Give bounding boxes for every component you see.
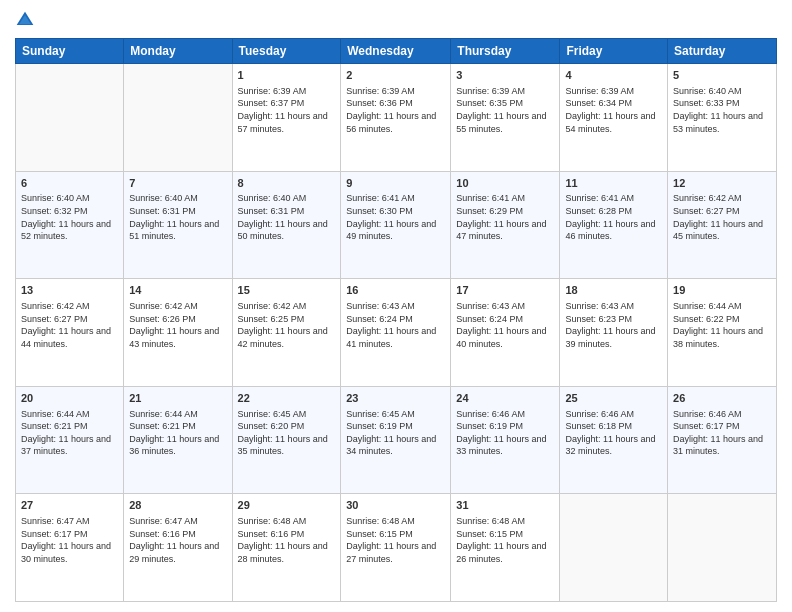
- day-number: 10: [456, 176, 554, 191]
- day-info: Sunrise: 6:40 AM Sunset: 6:33 PM Dayligh…: [673, 85, 771, 135]
- calendar-cell: 13Sunrise: 6:42 AM Sunset: 6:27 PM Dayli…: [16, 279, 124, 387]
- calendar-table: SundayMondayTuesdayWednesdayThursdayFrid…: [15, 38, 777, 602]
- header: [15, 10, 777, 30]
- day-number: 29: [238, 498, 336, 513]
- day-info: Sunrise: 6:48 AM Sunset: 6:16 PM Dayligh…: [238, 515, 336, 565]
- calendar-cell: 31Sunrise: 6:48 AM Sunset: 6:15 PM Dayli…: [451, 494, 560, 602]
- day-number: 14: [129, 283, 226, 298]
- day-number: 18: [565, 283, 662, 298]
- day-info: Sunrise: 6:43 AM Sunset: 6:24 PM Dayligh…: [456, 300, 554, 350]
- calendar-cell: 1Sunrise: 6:39 AM Sunset: 6:37 PM Daylig…: [232, 64, 341, 172]
- logo: [15, 10, 37, 30]
- day-number: 23: [346, 391, 445, 406]
- calendar-cell: [16, 64, 124, 172]
- day-info: Sunrise: 6:42 AM Sunset: 6:25 PM Dayligh…: [238, 300, 336, 350]
- calendar-week-row: 1Sunrise: 6:39 AM Sunset: 6:37 PM Daylig…: [16, 64, 777, 172]
- calendar-cell: 14Sunrise: 6:42 AM Sunset: 6:26 PM Dayli…: [124, 279, 232, 387]
- calendar-cell: 22Sunrise: 6:45 AM Sunset: 6:20 PM Dayli…: [232, 386, 341, 494]
- day-number: 2: [346, 68, 445, 83]
- calendar-cell: 20Sunrise: 6:44 AM Sunset: 6:21 PM Dayli…: [16, 386, 124, 494]
- day-number: 31: [456, 498, 554, 513]
- day-info: Sunrise: 6:42 AM Sunset: 6:27 PM Dayligh…: [21, 300, 118, 350]
- day-number: 8: [238, 176, 336, 191]
- calendar-cell: 8Sunrise: 6:40 AM Sunset: 6:31 PM Daylig…: [232, 171, 341, 279]
- day-info: Sunrise: 6:41 AM Sunset: 6:29 PM Dayligh…: [456, 192, 554, 242]
- dow-header: Saturday: [668, 39, 777, 64]
- day-info: Sunrise: 6:40 AM Sunset: 6:32 PM Dayligh…: [21, 192, 118, 242]
- calendar-cell: 3Sunrise: 6:39 AM Sunset: 6:35 PM Daylig…: [451, 64, 560, 172]
- day-number: 22: [238, 391, 336, 406]
- calendar-cell: 11Sunrise: 6:41 AM Sunset: 6:28 PM Dayli…: [560, 171, 668, 279]
- calendar-cell: 5Sunrise: 6:40 AM Sunset: 6:33 PM Daylig…: [668, 64, 777, 172]
- page: SundayMondayTuesdayWednesdayThursdayFrid…: [0, 0, 792, 612]
- day-info: Sunrise: 6:41 AM Sunset: 6:30 PM Dayligh…: [346, 192, 445, 242]
- day-info: Sunrise: 6:40 AM Sunset: 6:31 PM Dayligh…: [238, 192, 336, 242]
- day-number: 11: [565, 176, 662, 191]
- day-info: Sunrise: 6:45 AM Sunset: 6:20 PM Dayligh…: [238, 408, 336, 458]
- day-info: Sunrise: 6:44 AM Sunset: 6:21 PM Dayligh…: [129, 408, 226, 458]
- day-info: Sunrise: 6:40 AM Sunset: 6:31 PM Dayligh…: [129, 192, 226, 242]
- dow-header: Friday: [560, 39, 668, 64]
- day-info: Sunrise: 6:47 AM Sunset: 6:16 PM Dayligh…: [129, 515, 226, 565]
- day-number: 7: [129, 176, 226, 191]
- day-number: 1: [238, 68, 336, 83]
- day-info: Sunrise: 6:39 AM Sunset: 6:37 PM Dayligh…: [238, 85, 336, 135]
- day-info: Sunrise: 6:45 AM Sunset: 6:19 PM Dayligh…: [346, 408, 445, 458]
- day-info: Sunrise: 6:44 AM Sunset: 6:21 PM Dayligh…: [21, 408, 118, 458]
- day-number: 4: [565, 68, 662, 83]
- day-info: Sunrise: 6:39 AM Sunset: 6:35 PM Dayligh…: [456, 85, 554, 135]
- day-number: 6: [21, 176, 118, 191]
- day-number: 28: [129, 498, 226, 513]
- calendar-week-row: 27Sunrise: 6:47 AM Sunset: 6:17 PM Dayli…: [16, 494, 777, 602]
- calendar-cell: [668, 494, 777, 602]
- day-number: 25: [565, 391, 662, 406]
- calendar-week-row: 13Sunrise: 6:42 AM Sunset: 6:27 PM Dayli…: [16, 279, 777, 387]
- day-info: Sunrise: 6:41 AM Sunset: 6:28 PM Dayligh…: [565, 192, 662, 242]
- day-number: 17: [456, 283, 554, 298]
- calendar-cell: 18Sunrise: 6:43 AM Sunset: 6:23 PM Dayli…: [560, 279, 668, 387]
- calendar-cell: 19Sunrise: 6:44 AM Sunset: 6:22 PM Dayli…: [668, 279, 777, 387]
- calendar-week-row: 6Sunrise: 6:40 AM Sunset: 6:32 PM Daylig…: [16, 171, 777, 279]
- calendar-cell: 28Sunrise: 6:47 AM Sunset: 6:16 PM Dayli…: [124, 494, 232, 602]
- calendar-week-row: 20Sunrise: 6:44 AM Sunset: 6:21 PM Dayli…: [16, 386, 777, 494]
- calendar-cell: 6Sunrise: 6:40 AM Sunset: 6:32 PM Daylig…: [16, 171, 124, 279]
- logo-icon: [15, 10, 35, 30]
- day-info: Sunrise: 6:48 AM Sunset: 6:15 PM Dayligh…: [346, 515, 445, 565]
- day-number: 27: [21, 498, 118, 513]
- day-info: Sunrise: 6:43 AM Sunset: 6:23 PM Dayligh…: [565, 300, 662, 350]
- calendar-cell: 21Sunrise: 6:44 AM Sunset: 6:21 PM Dayli…: [124, 386, 232, 494]
- day-number: 24: [456, 391, 554, 406]
- calendar-cell: 23Sunrise: 6:45 AM Sunset: 6:19 PM Dayli…: [341, 386, 451, 494]
- day-info: Sunrise: 6:43 AM Sunset: 6:24 PM Dayligh…: [346, 300, 445, 350]
- day-number: 16: [346, 283, 445, 298]
- dow-header: Wednesday: [341, 39, 451, 64]
- day-number: 12: [673, 176, 771, 191]
- calendar-cell: 15Sunrise: 6:42 AM Sunset: 6:25 PM Dayli…: [232, 279, 341, 387]
- day-number: 26: [673, 391, 771, 406]
- dow-header: Thursday: [451, 39, 560, 64]
- day-number: 3: [456, 68, 554, 83]
- day-number: 30: [346, 498, 445, 513]
- calendar-cell: 16Sunrise: 6:43 AM Sunset: 6:24 PM Dayli…: [341, 279, 451, 387]
- dow-header: Tuesday: [232, 39, 341, 64]
- day-number: 15: [238, 283, 336, 298]
- calendar-cell: 4Sunrise: 6:39 AM Sunset: 6:34 PM Daylig…: [560, 64, 668, 172]
- calendar-cell: 30Sunrise: 6:48 AM Sunset: 6:15 PM Dayli…: [341, 494, 451, 602]
- dow-header: Monday: [124, 39, 232, 64]
- calendar-cell: 25Sunrise: 6:46 AM Sunset: 6:18 PM Dayli…: [560, 386, 668, 494]
- day-info: Sunrise: 6:42 AM Sunset: 6:27 PM Dayligh…: [673, 192, 771, 242]
- calendar-cell: 26Sunrise: 6:46 AM Sunset: 6:17 PM Dayli…: [668, 386, 777, 494]
- day-info: Sunrise: 6:46 AM Sunset: 6:17 PM Dayligh…: [673, 408, 771, 458]
- day-info: Sunrise: 6:42 AM Sunset: 6:26 PM Dayligh…: [129, 300, 226, 350]
- calendar-cell: 17Sunrise: 6:43 AM Sunset: 6:24 PM Dayli…: [451, 279, 560, 387]
- day-number: 21: [129, 391, 226, 406]
- day-number: 9: [346, 176, 445, 191]
- days-of-week-row: SundayMondayTuesdayWednesdayThursdayFrid…: [16, 39, 777, 64]
- day-info: Sunrise: 6:39 AM Sunset: 6:36 PM Dayligh…: [346, 85, 445, 135]
- day-number: 20: [21, 391, 118, 406]
- calendar-cell: 10Sunrise: 6:41 AM Sunset: 6:29 PM Dayli…: [451, 171, 560, 279]
- calendar-cell: [560, 494, 668, 602]
- day-info: Sunrise: 6:46 AM Sunset: 6:18 PM Dayligh…: [565, 408, 662, 458]
- calendar-cell: 24Sunrise: 6:46 AM Sunset: 6:19 PM Dayli…: [451, 386, 560, 494]
- day-info: Sunrise: 6:44 AM Sunset: 6:22 PM Dayligh…: [673, 300, 771, 350]
